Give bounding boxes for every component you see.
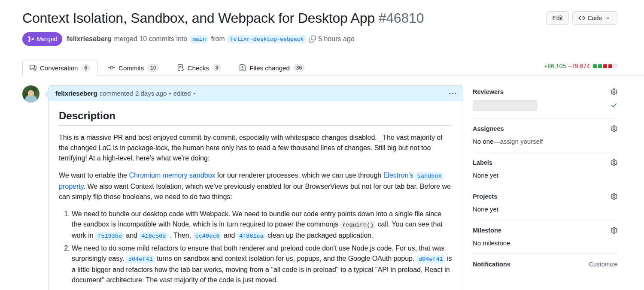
tab-conversation-label: Conversation bbox=[40, 64, 78, 72]
tab-checks-count: 3 bbox=[213, 64, 222, 72]
assignees-settings-button[interactable] bbox=[611, 125, 617, 132]
sidebar-section-reviewers: Reviewers bbox=[473, 85, 617, 118]
commit-link-d04ef41[interactable]: d04ef41 bbox=[416, 255, 445, 263]
milestone-value: No milestone bbox=[473, 239, 617, 247]
customize-notifications-link[interactable]: Customize bbox=[589, 261, 617, 268]
gear-icon bbox=[611, 125, 617, 132]
avatar[interactable] bbox=[22, 85, 39, 103]
link-electron-property[interactable]: property bbox=[59, 183, 84, 190]
commit-link-f5193be[interactable]: f5193be bbox=[95, 232, 124, 240]
header-actions: Edit Code bbox=[546, 11, 617, 25]
projects-heading: Projects bbox=[473, 193, 497, 200]
projects-value: None yet bbox=[473, 205, 617, 213]
link-electron-sandbox[interactable]: Electron's bbox=[383, 172, 415, 179]
tab-commits[interactable]: Commits 10 bbox=[101, 60, 167, 76]
li2-text: turns on sandbox and context isolation f… bbox=[155, 255, 416, 262]
link-chromium-sandbox[interactable]: Chromium memory sandbox bbox=[129, 172, 215, 179]
checklist-icon bbox=[177, 64, 184, 71]
pr-meta-row: Merged felixrieseberg merged 10 commits … bbox=[22, 32, 617, 46]
list-item-2: We need to do some mild refactors to ens… bbox=[72, 243, 453, 285]
milestone-settings-button[interactable] bbox=[611, 227, 617, 234]
gear-icon bbox=[611, 193, 617, 200]
tab-commits-label: Commits bbox=[118, 64, 144, 72]
code-require: require() bbox=[340, 221, 376, 229]
git-commit-icon bbox=[108, 64, 115, 71]
assign-yourself-link[interactable]: assign yourself bbox=[500, 138, 543, 145]
reviewers-heading: Reviewers bbox=[473, 88, 504, 95]
reviewer-row bbox=[473, 100, 617, 111]
copy-branch-button[interactable] bbox=[309, 36, 316, 42]
pr-description-comment: felixrieseberg commented 2 days ago • ed… bbox=[48, 85, 463, 290]
tab-conversation[interactable]: Conversation 6 bbox=[22, 60, 97, 76]
commit-link-4f861ea[interactable]: 4f861ea bbox=[237, 232, 266, 240]
commit-link-416c50d[interactable]: 416c50d bbox=[139, 232, 168, 240]
comment-discussion-icon bbox=[30, 64, 36, 71]
diffstat-deletions: −79,674 bbox=[568, 63, 590, 69]
chevron-down-icon bbox=[605, 15, 611, 21]
labels-heading: Labels bbox=[473, 159, 492, 166]
merge-action-text: merged 10 commits into bbox=[114, 35, 188, 43]
tab-checks[interactable]: Checks 3 bbox=[170, 60, 229, 76]
page-title: Context Isolation, Sandbox, and Webpack … bbox=[22, 9, 546, 27]
task-list: We need to bundle our desktop code with … bbox=[59, 209, 453, 285]
li1-text: and bbox=[222, 232, 237, 239]
li1-text: clean up the packaged application. bbox=[266, 232, 374, 239]
reviewers-settings-button[interactable] bbox=[611, 88, 617, 95]
p2-text: . We also want Context Isolation, which … bbox=[59, 183, 451, 200]
code-icon bbox=[578, 15, 585, 21]
comment-header: felixrieseberg commented 2 days ago • ed… bbox=[49, 86, 463, 101]
comment-action: commented bbox=[100, 90, 133, 97]
status-badge-label: Merged bbox=[37, 36, 57, 42]
pr-number: #46810 bbox=[379, 10, 424, 26]
gear-icon bbox=[611, 227, 617, 234]
description-heading: Description bbox=[59, 111, 453, 126]
file-diff-icon bbox=[239, 64, 246, 71]
notifications-heading: Notifications bbox=[473, 261, 510, 268]
git-merge-icon bbox=[27, 36, 34, 42]
comment-timestamp[interactable]: 2 days ago bbox=[135, 90, 167, 97]
status-badge: Merged bbox=[22, 32, 62, 46]
chevron-down-icon bbox=[192, 91, 197, 96]
sidebar-section-notifications: Notifications Customize bbox=[473, 254, 617, 275]
diffstat: +86,105 −79,674 bbox=[544, 63, 617, 76]
pr-tab-bar: Conversation 6 Commits 10 Checks 3 Files… bbox=[22, 60, 644, 76]
sidebar-section-assignees: Assignees No one—assign yourself bbox=[473, 118, 617, 152]
from-word: from bbox=[211, 35, 225, 43]
base-branch-label[interactable]: main bbox=[190, 35, 208, 43]
labels-settings-button[interactable] bbox=[611, 159, 617, 166]
code-button[interactable]: Code bbox=[572, 11, 617, 25]
tab-commits-count: 10 bbox=[147, 64, 159, 72]
code-sandbox[interactable]: sandbox bbox=[415, 172, 444, 180]
p2-text: We want to enable the bbox=[59, 172, 129, 179]
li1-text: and bbox=[124, 232, 140, 239]
p2-text: for our renderer processes, which we can… bbox=[215, 172, 383, 179]
tab-files-changed[interactable]: Files changed 36 bbox=[232, 60, 312, 76]
pr-author[interactable]: felixrieseberg bbox=[67, 35, 111, 43]
tab-conversation-count: 6 bbox=[81, 64, 90, 72]
diffstat-block-deleted bbox=[608, 64, 612, 68]
commit-link-cc40ec6[interactable]: cc40ec6 bbox=[193, 232, 222, 240]
reviewer-placeholder bbox=[473, 100, 537, 111]
pr-page: Context Isolation, Sandbox, and Webpack … bbox=[0, 0, 644, 290]
edit-button[interactable]: Edit bbox=[546, 11, 568, 25]
commit-link-d04ef41[interactable]: d04ef41 bbox=[126, 255, 155, 263]
assignees-heading: Assignees bbox=[473, 125, 504, 132]
dot-separator: • bbox=[169, 90, 171, 97]
code-button-label: Code bbox=[588, 15, 602, 21]
head-branch-label[interactable]: felixr-desktop-webpack bbox=[227, 35, 306, 43]
assignees-empty-text: No one— bbox=[473, 138, 500, 145]
pr-content: felixrieseberg commented 2 days ago • ed… bbox=[22, 85, 617, 290]
gear-icon bbox=[611, 159, 617, 166]
edited-dropdown[interactable]: edited bbox=[173, 90, 197, 97]
paragraph-1: This is a massive PR and best enjoyed co… bbox=[59, 133, 453, 163]
diffstat-block-added bbox=[593, 64, 597, 68]
tab-files-changed-label: Files changed bbox=[249, 64, 289, 72]
comment-body: Description This is a massive PR and bes… bbox=[49, 101, 463, 290]
comment-options-button[interactable] bbox=[449, 90, 456, 97]
merge-summary: felixrieseberg merged 10 commits into ma… bbox=[67, 35, 354, 43]
comment-author[interactable]: felixrieseberg bbox=[55, 90, 97, 97]
pr-header: Context Isolation, Sandbox, and Webpack … bbox=[22, 9, 617, 27]
projects-settings-button[interactable] bbox=[611, 193, 617, 200]
kebab-icon bbox=[449, 90, 456, 97]
pr-title-text: Context Isolation, Sandbox, and Webpack … bbox=[22, 10, 375, 26]
